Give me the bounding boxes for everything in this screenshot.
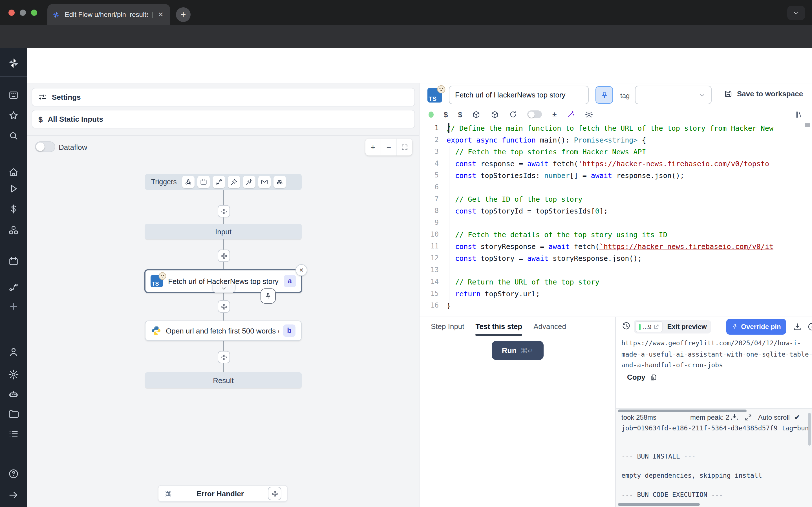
exit-preview-button[interactable]: Exit preview: [667, 323, 707, 331]
new-tab-button[interactable]: +: [176, 7, 191, 22]
sidebar-item-app-window[interactable]: [0, 87, 27, 104]
sidebar-item-variables[interactable]: [0, 201, 27, 217]
copy-result-button[interactable]: Copy: [627, 373, 657, 381]
tab-step-input[interactable]: Step Input: [431, 317, 464, 336]
code-line-1[interactable]: 1// Define the main function to fetch th…: [419, 122, 812, 134]
code-line-4[interactable]: 4 const response = await fetch('https://…: [419, 158, 812, 170]
result-node[interactable]: Result: [145, 372, 302, 388]
zoom-out-button[interactable]: −: [380, 138, 397, 156]
code-line-5[interactable]: 5 const topStoriesIds: number[] = await …: [419, 170, 812, 181]
contextual-variables-icon[interactable]: $: [458, 110, 462, 119]
sidebar-item-add[interactable]: [0, 298, 27, 315]
code-line-8[interactable]: 8 const topStoryId = topStoriesIds[0];: [419, 205, 812, 217]
triggers-node[interactable]: Triggers: [145, 174, 302, 190]
autoscroll-checkbox[interactable]: ✔: [794, 413, 800, 421]
dataflow-toggle[interactable]: [35, 142, 55, 152]
library-icon[interactable]: [795, 110, 803, 119]
tab-search-button[interactable]: [787, 6, 805, 20]
sidebar-item-workers[interactable]: [0, 386, 27, 403]
collapse-step-chevron[interactable]: [212, 284, 236, 293]
ai-assistant-icon[interactable]: [567, 110, 574, 118]
package-icon[interactable]: [472, 110, 481, 119]
sidebar-item-audit-logs[interactable]: [0, 425, 27, 442]
trigger-route-icon[interactable]: [213, 176, 225, 188]
code-line-16[interactable]: 16}: [419, 300, 812, 312]
browser-tab[interactable]: Edit Flow u/henri/pin_results | ✕: [47, 4, 170, 25]
code-line-14[interactable]: 14 // Return the URL of the top story: [419, 276, 812, 288]
log-vertical-scrollbar[interactable]: [808, 413, 811, 446]
sidebar-item-schedules[interactable]: [0, 253, 27, 270]
save-to-workspace-button[interactable]: Save to workspace: [724, 90, 803, 98]
add-step-button[interactable]: [218, 300, 230, 313]
tab-advanced[interactable]: Advanced: [534, 317, 566, 336]
add-step-button[interactable]: [218, 249, 230, 262]
job-history-pill[interactable]: ...9: [636, 321, 663, 332]
step-result-value[interactable]: https://www.geoffreylitt.com/2025/04/12/…: [621, 338, 811, 371]
info-icon[interactable]: [808, 322, 812, 331]
download-result-icon[interactable]: [793, 322, 802, 331]
editor-settings-icon[interactable]: [585, 110, 593, 119]
trigger-webhook-icon[interactable]: [183, 176, 195, 188]
add-error-handler-button[interactable]: [268, 487, 282, 500]
sidebar-item-users[interactable]: [0, 344, 27, 360]
code-line-12[interactable]: 12 const topStory = await storyResponse.…: [419, 252, 812, 264]
override-pin-button[interactable]: Override pin: [726, 319, 786, 335]
log-lines[interactable]: job=019634fd-e186-211f-5364-d3e4385d57f9…: [621, 424, 812, 503]
zoom-in-button[interactable]: +: [365, 138, 380, 156]
sidebar-item-routes[interactable]: [0, 279, 27, 296]
download-logs-icon[interactable]: [730, 413, 739, 421]
all-static-inputs-row[interactable]: $ All Static Inputs: [32, 110, 415, 128]
add-step-button[interactable]: [218, 351, 230, 363]
history-icon[interactable]: [621, 321, 631, 331]
sidebar-item-folders[interactable]: [0, 406, 27, 422]
input-node[interactable]: Input: [145, 224, 302, 239]
trigger-kafka-icon[interactable]: [243, 176, 256, 188]
vim-mode-toggle[interactable]: [527, 110, 542, 118]
windmill-logo[interactable]: [0, 55, 27, 71]
add-step-button[interactable]: [218, 205, 230, 217]
code-line-9[interactable]: 9: [419, 217, 812, 229]
sidebar-item-expand[interactable]: [0, 487, 27, 504]
window-zoom-button[interactable]: [31, 10, 37, 16]
pinned-result-badge[interactable]: [260, 288, 276, 304]
code-line-13[interactable]: 13: [419, 264, 812, 276]
variables-icon[interactable]: $: [444, 110, 448, 119]
flow-settings-row[interactable]: Settings: [32, 88, 415, 107]
tab-test-this-step[interactable]: Test this step: [476, 317, 522, 336]
step-name-input[interactable]: Fetch url of HackerNews top story: [449, 86, 589, 104]
sidebar-item-star[interactable]: [0, 107, 27, 124]
error-handler-node[interactable]: Error Handler: [158, 485, 288, 502]
external-link-icon[interactable]: [654, 324, 659, 330]
trigger-websocket-icon[interactable]: [228, 176, 241, 188]
code-line-6[interactable]: 6: [419, 181, 812, 193]
remove-step-button[interactable]: ✕: [296, 264, 307, 276]
package-icon[interactable]: [491, 110, 499, 119]
trigger-email-icon[interactable]: [259, 176, 271, 188]
trigger-schedule-icon[interactable]: [198, 176, 210, 188]
sidebar-item-help[interactable]: [0, 465, 27, 482]
sidebar-item-runs[interactable]: [0, 180, 27, 197]
sidebar-item-settings[interactable]: [0, 366, 27, 383]
code-line-10[interactable]: 10 // Fetch the details of the top story…: [419, 229, 812, 240]
fit-view-button[interactable]: [397, 138, 412, 156]
diff-mode-icon[interactable]: ±: [552, 110, 557, 119]
code-line-11[interactable]: 11 const storyResponse = await fetch(`ht…: [419, 240, 812, 252]
window-close-button[interactable]: [8, 10, 15, 16]
pin-toggle-button[interactable]: [596, 86, 613, 104]
log-horizontal-scrollbar[interactable]: [618, 409, 747, 412]
code-editor[interactable]: 1// Define the main function to fetch th…: [419, 122, 812, 317]
sidebar-item-resources[interactable]: [0, 222, 27, 239]
expand-logs-icon[interactable]: [745, 413, 753, 421]
code-line-15[interactable]: 15 return topStory.url;: [419, 288, 812, 300]
code-line-7[interactable]: 7 // Get the ID of the top story: [419, 193, 812, 205]
step-node-b[interactable]: Open url and fetch first 500 words of ..…: [145, 321, 302, 341]
trigger-poll-icon[interactable]: [274, 176, 286, 188]
sidebar-item-search[interactable]: [0, 127, 27, 144]
code-line-3[interactable]: 3 // Fetch the top stories from Hacker N…: [419, 146, 812, 158]
window-minimize-button[interactable]: [20, 10, 26, 16]
tab-close-icon[interactable]: ✕: [156, 10, 166, 20]
log-horizontal-scrollbar[interactable]: [618, 503, 700, 506]
tag-select[interactable]: [635, 86, 712, 104]
sidebar-item-home[interactable]: [0, 164, 27, 181]
run-button[interactable]: Run ⌘↵: [492, 341, 544, 360]
